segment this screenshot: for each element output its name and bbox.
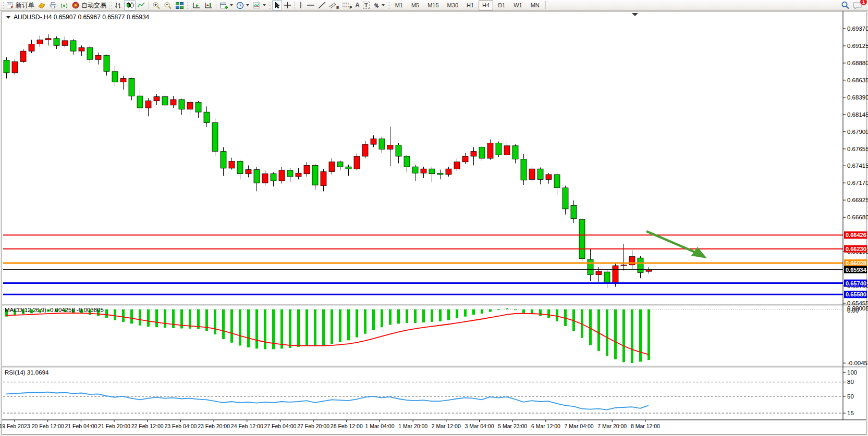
timeframe-d1[interactable]: D1: [494, 0, 509, 10]
toolbar-grip[interactable]: [387, 2, 390, 9]
notifications-button[interactable]: 1: [851, 1, 864, 10]
candle: [604, 272, 610, 283]
fibonacci-tool-button[interactable]: F: [340, 1, 353, 10]
svg-text:0.68390: 0.68390: [847, 94, 868, 101]
new-order-button[interactable]: 新订单: [5, 1, 36, 10]
templates-button[interactable]: [251, 1, 267, 10]
autotrading-button[interactable]: 自动交易: [70, 1, 108, 10]
svg-text:7 Mar 20:00: 7 Mar 20:00: [597, 423, 627, 429]
candle: [487, 143, 493, 158]
candlestick-chart-button[interactable]: [124, 0, 136, 10]
line-chart-icon: [137, 2, 145, 9]
toolbar-grip[interactable]: [187, 2, 189, 9]
notification-badge: 1: [860, 0, 867, 6]
toolbar-grip[interactable]: [268, 2, 271, 9]
candle: [187, 102, 193, 109]
trendline-tool-button[interactable]: [316, 1, 327, 10]
macd-bar: [122, 309, 125, 322]
candle: [496, 143, 502, 155]
timeframe-mn[interactable]: MN: [527, 0, 543, 10]
crosshair-icon: [284, 2, 291, 9]
text-tool-button[interactable]: A: [353, 1, 361, 10]
svg-text:21 Feb 20:00: 21 Feb 20:00: [98, 423, 130, 429]
chart-canvas[interactable]: 0.693700.691250.688800.686350.683900.681…: [0, 0, 868, 436]
macd-bar: [347, 309, 350, 340]
candle: [387, 145, 393, 150]
timeframe-m1[interactable]: M1: [392, 0, 407, 10]
horizontal-line-tool-button[interactable]: [305, 1, 316, 10]
macd-bar: [297, 309, 300, 347]
candle: [54, 39, 59, 46]
macd-bar: [247, 309, 250, 347]
signals-button[interactable]: [59, 1, 70, 10]
cursor-tool-button[interactable]: [272, 0, 282, 10]
metaeditor-button[interactable]: [36, 1, 47, 10]
chart-shift-button[interactable]: [202, 1, 214, 10]
macd-bar: [639, 309, 642, 362]
candle: [554, 175, 560, 188]
timeframe-m30[interactable]: M30: [444, 0, 462, 10]
print-button[interactable]: [47, 1, 59, 10]
candle: [129, 79, 135, 96]
candle: [412, 167, 418, 173]
macd-bar: [364, 309, 366, 334]
crosshair-tool-button[interactable]: [282, 1, 293, 10]
candle: [621, 265, 627, 266]
collapse-triangle-icon[interactable]: [6, 16, 10, 19]
candle: [362, 144, 368, 156]
gold-ingot-icon: [38, 2, 46, 9]
macd-bar: [647, 309, 650, 360]
candle: [596, 271, 602, 275]
timeframe-w1[interactable]: W1: [510, 0, 526, 10]
timeframe-m15[interactable]: M15: [424, 0, 442, 10]
new-order-icon: [6, 2, 14, 9]
svg-text:0.65740: 0.65740: [846, 280, 866, 286]
zoom-in-button[interactable]: [151, 1, 162, 10]
candle: [321, 172, 326, 186]
candle: [237, 161, 243, 173]
timeframe-m5[interactable]: M5: [408, 0, 423, 10]
periods-button[interactable]: [235, 1, 251, 10]
line-chart-button[interactable]: [136, 1, 147, 10]
svg-text:0.67900: 0.67900: [847, 129, 868, 135]
auto-scroll-button[interactable]: [190, 1, 202, 10]
candle: [337, 162, 343, 167]
timeframe-h1[interactable]: H1: [463, 0, 478, 10]
candle: [404, 156, 410, 167]
svg-text:15: 15: [847, 410, 854, 416]
toolbar-grip[interactable]: [109, 2, 112, 9]
tile-windows-button[interactable]: [174, 1, 186, 10]
chevron-down-icon: [246, 4, 249, 6]
candle: [12, 61, 18, 73]
bar-chart-button[interactable]: [113, 1, 124, 10]
signals-icon: [60, 2, 69, 9]
candle: [396, 145, 401, 157]
toolbar-grip[interactable]: [1, 2, 4, 9]
candle: [229, 161, 235, 168]
new-chart-icon: [219, 2, 228, 9]
timeframe-group: M1M5M15M30H1H4D1W1MN: [391, 0, 544, 10]
svg-text:27 Feb 20:00: 27 Feb 20:00: [297, 423, 329, 429]
macd-bar: [439, 309, 442, 321]
candle: [287, 170, 293, 177]
zoom-in-icon: [152, 2, 161, 9]
new-chart-button[interactable]: [218, 1, 235, 10]
timeframe-h4[interactable]: H4: [479, 0, 493, 10]
svg-text:0.69125: 0.69125: [847, 43, 868, 49]
equidistant-channel-tool-button[interactable]: E: [327, 1, 340, 10]
zoom-out-button[interactable]: [162, 1, 174, 10]
candle: [154, 97, 160, 101]
candle: [95, 55, 101, 59]
chevron-down-icon: [382, 4, 385, 6]
macd-bar: [155, 309, 158, 327]
text-label-tool-button[interactable]: T: [361, 1, 371, 10]
candle: [437, 173, 443, 175]
search-button[interactable]: [839, 1, 851, 10]
macd-bar: [631, 309, 633, 363]
vertical-line-tool-button[interactable]: [297, 1, 305, 10]
macd-bar: [214, 309, 216, 334]
svg-text:0.67415: 0.67415: [847, 163, 868, 169]
arrows-tool-button[interactable]: [371, 1, 386, 10]
template-icon: [252, 2, 261, 9]
text-label-letter: T: [363, 2, 370, 9]
